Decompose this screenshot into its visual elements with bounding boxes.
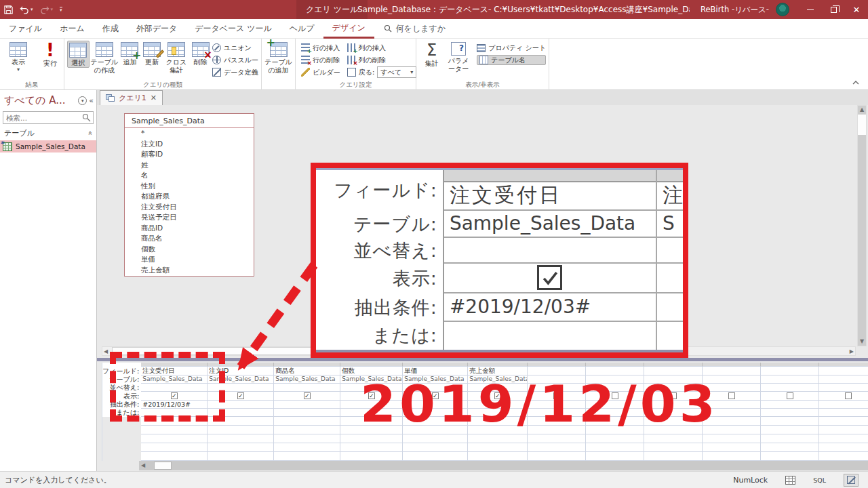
grid-cell[interactable] — [468, 409, 528, 417]
grid-cell[interactable] — [403, 434, 468, 443]
vscroll-thumb[interactable] — [858, 115, 866, 135]
grid-cell[interactable] — [586, 452, 644, 461]
grid-cell[interactable] — [403, 401, 468, 409]
grid-cell[interactable] — [644, 452, 703, 461]
grid-cell[interactable] — [208, 426, 274, 434]
undo-button[interactable]: ▾ — [20, 5, 33, 14]
grid-cell[interactable] — [703, 417, 761, 426]
grid-cell[interactable] — [274, 401, 340, 409]
nav-pane-title-bar[interactable]: すべての A... ▾ « — [0, 90, 96, 110]
grid-cell[interactable] — [644, 367, 703, 375]
grid-cell[interactable] — [340, 443, 403, 452]
table-names-button[interactable]: テーブル名 — [477, 55, 546, 65]
grid-cell[interactable] — [586, 434, 644, 443]
show-checkbox-checked[interactable]: ✓ — [237, 392, 244, 399]
grid-cell[interactable]: 単価 — [403, 367, 468, 375]
append-query-button[interactable]: + 追加 — [119, 41, 140, 66]
grid-cell[interactable] — [586, 417, 644, 426]
delete-columns-button[interactable]: × 列の削除 — [347, 55, 417, 65]
grid-cell[interactable] — [586, 426, 644, 434]
grid-cell[interactable] — [528, 375, 586, 384]
nav-item-sample-sales-data[interactable]: Sample_Sales_Data — [0, 140, 96, 152]
grid-cell[interactable] — [340, 434, 403, 443]
grid-cell[interactable] — [819, 409, 868, 417]
redo-button[interactable]: ▾ — [40, 5, 54, 14]
grid-cell[interactable] — [528, 392, 586, 401]
grid-cell[interactable] — [819, 452, 868, 461]
run-button[interactable]: ! 実行 — [39, 41, 61, 68]
grid-cell[interactable] — [403, 443, 468, 452]
tab-file[interactable]: ファイル — [0, 19, 51, 39]
grid-cell[interactable]: 商品名 — [274, 367, 340, 375]
nav-search-input[interactable] — [3, 114, 82, 122]
field-list-item[interactable]: 単価 — [125, 254, 254, 265]
grid-cell[interactable] — [703, 375, 761, 384]
show-checkbox-unchecked[interactable] — [553, 392, 560, 399]
account-avatar[interactable] — [776, 3, 789, 16]
grid-cell[interactable] — [340, 401, 403, 409]
tell-me-search[interactable]: 何をしますか — [384, 23, 446, 35]
grid-cell[interactable]: ✓ — [403, 392, 468, 401]
grid-cell[interactable] — [819, 375, 868, 384]
grid-cell[interactable] — [644, 392, 703, 401]
grid-cell[interactable] — [761, 434, 819, 443]
grid-cell[interactable] — [586, 384, 644, 392]
add-tables-button[interactable]: + テーブルの追加 — [264, 41, 292, 74]
grid-cell[interactable] — [761, 367, 819, 375]
tab-home[interactable]: ホーム — [51, 19, 94, 39]
grid-cell[interactable] — [274, 426, 340, 434]
grid-cell[interactable] — [644, 375, 703, 384]
grid-cell[interactable] — [274, 417, 340, 426]
grid-cell[interactable] — [644, 443, 703, 452]
grid-cell[interactable] — [703, 452, 761, 461]
field-list-item[interactable]: 商品名 — [125, 233, 254, 244]
show-checkbox-unchecked[interactable] — [845, 392, 852, 399]
customize-qat-button[interactable]: ▾ — [60, 7, 62, 13]
grid-cell[interactable] — [208, 452, 274, 461]
nav-menu-icon[interactable]: ▾ — [78, 96, 87, 105]
grid-cell[interactable] — [644, 417, 703, 426]
grid-cell[interactable] — [819, 417, 868, 426]
grid-cell[interactable]: 個数 — [340, 367, 403, 375]
design-view-button[interactable] — [844, 474, 859, 487]
return-dropdown[interactable]: すべて ▾ — [377, 66, 416, 78]
grid-cell[interactable] — [819, 367, 868, 375]
field-list-item[interactable]: 売上金額 — [125, 265, 254, 276]
grid-cell[interactable] — [468, 434, 528, 443]
grid-hscrollbar[interactable]: ◀ — [139, 461, 868, 470]
delete-rows-button[interactable]: × 行の削除 — [301, 55, 340, 65]
field-list-item[interactable]: 個数 — [125, 244, 254, 255]
grid-cell[interactable]: 注文ID — [208, 367, 274, 375]
grid-cell[interactable] — [761, 443, 819, 452]
grid-cell[interactable] — [208, 409, 274, 417]
totals-button[interactable]: Σ 集計 — [423, 41, 440, 68]
query-tab[interactable]: クエリ1 ✕ — [100, 90, 163, 105]
grid-cell[interactable] — [274, 384, 340, 392]
undo-caret[interactable]: ▾ — [31, 7, 33, 12]
grid-cell[interactable] — [141, 426, 208, 434]
grid-cell[interactable] — [819, 384, 868, 392]
minimize-button[interactable] — [799, 0, 822, 19]
grid-cell[interactable] — [528, 401, 586, 409]
grid-cell[interactable] — [761, 417, 819, 426]
grid-cell[interactable]: Sample_Sales_Data — [141, 375, 208, 384]
query-tab-close-icon[interactable]: ✕ — [151, 94, 157, 102]
field-list-item[interactable]: 名 — [125, 170, 254, 181]
grid-cell[interactable] — [340, 417, 403, 426]
field-list-title[interactable]: Sample_Sales_Data — [125, 114, 254, 128]
grid-cell[interactable]: #2019/12/03# — [141, 401, 208, 409]
update-query-button[interactable]: 更新 — [142, 41, 163, 66]
grid-cell[interactable] — [528, 367, 586, 375]
show-checkbox-checked[interactable]: ✓ — [304, 392, 311, 399]
vscroll-up-arrow-icon[interactable]: ▲ — [860, 106, 864, 114]
grid-cell[interactable] — [208, 434, 274, 443]
hscroll-left-arrow-icon[interactable]: ◀ — [104, 348, 108, 356]
grid-cell[interactable] — [819, 426, 868, 434]
save-button[interactable] — [4, 5, 13, 14]
crosstab-query-button[interactable]: クロス集計 — [163, 41, 189, 74]
grid-cell[interactable] — [528, 434, 586, 443]
restore-button[interactable] — [822, 0, 845, 19]
collapse-ribbon-button[interactable] — [852, 80, 860, 85]
grid-cell[interactable] — [468, 443, 528, 452]
delete-query-button[interactable]: × 削除 — [191, 41, 212, 66]
